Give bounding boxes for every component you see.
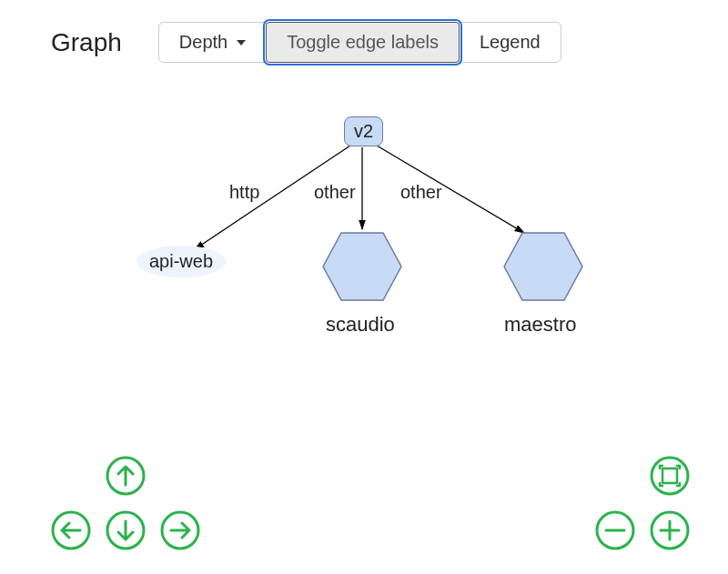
zoom-out-button[interactable] — [593, 509, 637, 552]
depth-dropdown[interactable]: Depth — [158, 22, 267, 63]
legend-label: Legend — [480, 32, 541, 53]
graph-node-api-web-label: api-web — [149, 251, 213, 271]
graph-node-api-web[interactable]: api-web — [136, 246, 226, 277]
graph-node-maestro-label: maestro — [504, 313, 576, 337]
toggle-edge-labels-label: Toggle edge labels — [287, 32, 439, 53]
arrow-right-icon — [159, 509, 201, 551]
svg-point-9 — [652, 458, 688, 494]
graph-node-maestro-shape[interactable] — [502, 231, 584, 302]
arrow-down-icon — [105, 509, 147, 551]
pan-up-button[interactable] — [104, 454, 147, 498]
legend-button[interactable]: Legend — [459, 22, 561, 63]
svg-rect-10 — [662, 468, 677, 483]
fit-view-button[interactable] — [648, 454, 692, 498]
chevron-down-icon — [237, 40, 246, 45]
arrow-left-icon — [50, 509, 92, 551]
svg-marker-4 — [504, 233, 582, 300]
pan-right-button[interactable] — [158, 509, 202, 552]
pan-left-button[interactable] — [49, 509, 93, 552]
toolbar-button-group: Depth Toggle edge labels Legend — [158, 22, 561, 63]
pan-down-button[interactable] — [104, 509, 147, 552]
depth-label: Depth — [179, 32, 228, 53]
graph-canvas[interactable]: v2 http other other api-web scaudio maes… — [0, 82, 728, 574]
plus-icon — [649, 509, 691, 551]
svg-line-2 — [377, 146, 524, 233]
minus-icon — [594, 509, 636, 551]
graph-node-scaudio-label: scaudio — [326, 313, 395, 337]
zoom-in-button[interactable] — [648, 509, 692, 552]
graph-node-scaudio-shape[interactable] — [321, 231, 403, 302]
graph-node-root[interactable]: v2 — [344, 116, 383, 146]
edge-label: other — [314, 182, 356, 203]
graph-node-root-label: v2 — [354, 121, 373, 141]
edge-label: http — [229, 182, 259, 203]
page-title: Graph — [51, 28, 122, 57]
header-bar: Graph Depth Toggle edge labels Legend — [0, 0, 728, 72]
svg-marker-3 — [323, 233, 401, 300]
arrow-up-icon — [105, 455, 147, 497]
edge-label: other — [400, 182, 442, 203]
fit-view-icon — [649, 455, 691, 497]
toggle-edge-labels-button[interactable]: Toggle edge labels — [266, 22, 460, 63]
